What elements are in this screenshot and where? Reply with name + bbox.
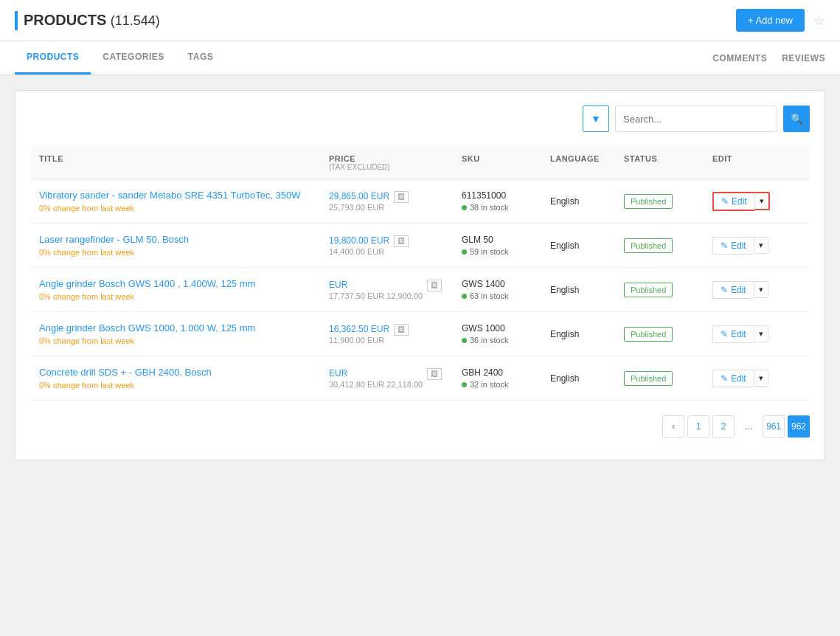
col-sku: SKU <box>462 154 550 171</box>
page-961[interactable]: 961 <box>763 415 785 438</box>
cell-sku: GWS 1000 36 in stock <box>462 323 550 345</box>
edit-pencil-icon: ✎ <box>721 373 728 384</box>
products-table: TITLE PRICE (TAX EXCLUDED) SKU LANGUAGE … <box>30 147 810 401</box>
col-price: PRICE (TAX EXCLUDED) <box>329 154 462 171</box>
edit-button[interactable]: ✎ Edit <box>712 237 754 255</box>
cell-image: 🖼 <box>427 368 442 380</box>
cell-status: Published <box>624 283 712 297</box>
price-sub: 17,737.50 EUR 12,900.00 <box>329 291 423 300</box>
sku-stock: 63 in stock <box>462 291 550 300</box>
product-title-link[interactable]: Laser rangefinder - GLM 50, Bosch <box>39 234 329 245</box>
cell-sku: GWS 1400 63 in stock <box>462 279 550 300</box>
cell-image: 🖼 <box>394 191 409 203</box>
table-header: TITLE PRICE (TAX EXCLUDED) SKU LANGUAGE … <box>30 147 810 179</box>
sku-number: GWS 1000 <box>462 323 550 333</box>
change-text: 0% change from last week <box>39 336 329 345</box>
product-image-placeholder: 🖼 <box>394 235 409 247</box>
chevron-down-icon: ▾ <box>760 196 764 206</box>
product-title-link[interactable]: Concrete drill SDS + - GBH 2400, Bosch <box>39 367 329 378</box>
cell-sku: 611351000 38 in stock <box>462 190 550 212</box>
page-prev[interactable]: ‹ <box>662 415 684 438</box>
sku-number: GLM 50 <box>462 235 550 245</box>
cell-status: Published <box>624 371 712 386</box>
cell-status: Published <box>624 327 712 342</box>
price-main: 29,865.00 EUR <box>329 191 389 201</box>
price-main: 16,362.50 EUR <box>329 324 389 334</box>
product-image-placeholder: 🖼 <box>427 368 442 380</box>
tab-tags[interactable]: TAGS <box>176 41 225 75</box>
sku-number: 611351000 <box>462 190 550 201</box>
edit-button[interactable]: ✎ Edit <box>712 192 754 211</box>
edit-dropdown-button[interactable]: ▾ <box>754 370 768 387</box>
cell-sku: GBH 2400 32 in stock <box>462 367 550 389</box>
page-2[interactable]: 2 <box>712 415 735 438</box>
edit-button[interactable]: ✎ Edit <box>712 370 754 387</box>
cell-language: English <box>550 196 624 207</box>
edit-dropdown-button[interactable]: ▾ <box>754 192 770 210</box>
edit-dropdown-button[interactable]: ▾ <box>754 325 768 342</box>
table-body: Vibratory sander - sander Metabo SRE 435… <box>30 179 810 401</box>
edit-dropdown-button[interactable]: ▾ <box>754 237 768 254</box>
change-text: 0% change from last week <box>39 381 329 390</box>
stock-dot-icon <box>462 294 467 299</box>
chevron-down-icon: ▾ <box>759 329 763 339</box>
col-language: LANGUAGE <box>550 154 624 171</box>
cell-title: Vibratory sander - sander Metabo SRE 435… <box>39 190 329 212</box>
page-title: PRODUCTS (11.544) <box>15 11 160 30</box>
price-main: 19,800.00 EUR <box>329 235 389 246</box>
cell-price: 29,865.00 EUR 25,793.00 EUR <box>329 191 389 212</box>
cell-title: Concrete drill SDS + - GBH 2400, Bosch 0… <box>39 367 329 390</box>
product-title-link[interactable]: Angle grinder Bosch GWS 1400 , 1.400W, 1… <box>39 278 329 289</box>
product-title-link[interactable]: Vibratory sander - sander Metabo SRE 435… <box>39 190 329 201</box>
stock-dot-icon <box>462 205 467 210</box>
search-input[interactable] <box>615 106 777 132</box>
change-text: 0% change from last week <box>39 248 329 257</box>
page-962[interactable]: 962 <box>788 415 810 438</box>
chevron-down-icon: ▾ <box>759 241 763 250</box>
status-badge: Published <box>624 238 673 253</box>
top-bar: PRODUCTS (11.544) + Add new ☆ <box>0 0 840 41</box>
title-bar-accent <box>15 11 18 30</box>
table-row: Laser rangefinder - GLM 50, Bosch 0% cha… <box>30 224 810 268</box>
status-badge: Published <box>624 283 673 297</box>
col-status: STATUS <box>624 154 712 171</box>
cell-image: 🖼 <box>427 280 442 291</box>
search-button[interactable]: 🔍 <box>783 106 810 132</box>
top-actions: + Add new ☆ <box>736 9 825 32</box>
product-title-link[interactable]: Angle grinder Bosch GWS 1000, 1.000 W, 1… <box>39 322 329 333</box>
tab-categories[interactable]: CATEGORIES <box>91 41 176 75</box>
edit-button[interactable]: ✎ Edit <box>712 281 754 299</box>
nav-tabs: PRODUCTS CATEGORIES TAGS COMMENTS REVIEW… <box>0 41 840 75</box>
tab-products[interactable]: PRODUCTS <box>15 41 91 75</box>
edit-pencil-icon: ✎ <box>721 285 728 295</box>
cell-status: Published <box>624 194 712 209</box>
edit-dropdown-button[interactable]: ▾ <box>754 281 768 298</box>
page-1[interactable]: 1 <box>687 415 709 438</box>
favorite-icon[interactable]: ☆ <box>813 13 825 29</box>
cell-image: 🖼 <box>394 324 409 336</box>
change-text: 0% change from last week <box>39 204 329 212</box>
product-image-placeholder: 🖼 <box>394 191 409 203</box>
price-sub: 30,412.80 EUR 22,118.00 <box>329 380 423 389</box>
table-row: Angle grinder Bosch GWS 1400 , 1.400W, 1… <box>30 268 810 312</box>
add-new-button[interactable]: + Add new <box>736 9 805 32</box>
cell-language: English <box>550 373 624 384</box>
pagination: ‹ 1 2 ... 961 962 <box>30 401 810 445</box>
toolbar: ▼ 🔍 <box>30 106 810 132</box>
sku-stock: 38 in stock <box>462 203 550 212</box>
title-text: PRODUCTS (11.544) <box>24 12 160 29</box>
edit-button[interactable]: ✎ Edit <box>712 325 754 343</box>
change-text: 0% change from last week <box>39 292 329 301</box>
cell-edit: ✎ Edit ▾ <box>712 281 801 299</box>
cell-language: English <box>550 285 624 295</box>
sku-number: GBH 2400 <box>462 367 550 378</box>
col-title: TITLE <box>39 154 329 171</box>
cell-status: Published <box>624 238 712 253</box>
tab-reviews[interactable]: REVIEWS <box>782 43 825 74</box>
cell-edit: ✎ Edit ▾ <box>712 192 801 211</box>
tab-comments[interactable]: COMMENTS <box>712 43 767 74</box>
chevron-down-icon: ▾ <box>759 373 763 383</box>
nav-tabs-left: PRODUCTS CATEGORIES TAGS <box>15 41 225 75</box>
filter-button[interactable]: ▼ <box>583 106 609 132</box>
cell-price: 19,800.00 EUR 14,400.00 EUR <box>329 235 389 256</box>
